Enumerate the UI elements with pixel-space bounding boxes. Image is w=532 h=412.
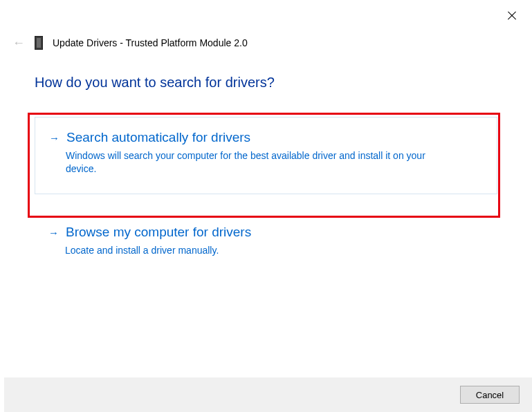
dialog-content: How do you want to search for drivers? →… bbox=[35, 75, 497, 275]
option-search-automatically[interactable]: → Search automatically for drivers Windo… bbox=[35, 117, 497, 194]
options-list: → Search automatically for drivers Windo… bbox=[35, 117, 497, 275]
option-browse-computer[interactable]: → Browse my computer for drivers Locate … bbox=[35, 212, 497, 275]
dialog-header: ← Update Drivers - Trusted Platform Modu… bbox=[12, 36, 248, 50]
dialog-title: Update Drivers - Trusted Platform Module… bbox=[53, 37, 248, 48]
arrow-right-icon: → bbox=[49, 132, 59, 144]
update-drivers-dialog: ← Update Drivers - Trusted Platform Modu… bbox=[0, 0, 532, 412]
close-icon[interactable] bbox=[507, 11, 517, 21]
back-arrow-icon: ← bbox=[12, 37, 25, 49]
dialog-footer: Cancel bbox=[4, 377, 532, 412]
option-description: Locate and install a driver manually. bbox=[65, 244, 452, 257]
arrow-right-icon: → bbox=[48, 227, 59, 238]
option-description: Windows will search your computer for th… bbox=[66, 149, 453, 176]
option-title: Browse my computer for drivers bbox=[66, 225, 251, 240]
question-heading: How do you want to search for drivers? bbox=[35, 75, 497, 91]
device-icon bbox=[35, 36, 43, 50]
option-title: Search automatically for drivers bbox=[66, 130, 250, 145]
cancel-button[interactable]: Cancel bbox=[460, 386, 520, 404]
